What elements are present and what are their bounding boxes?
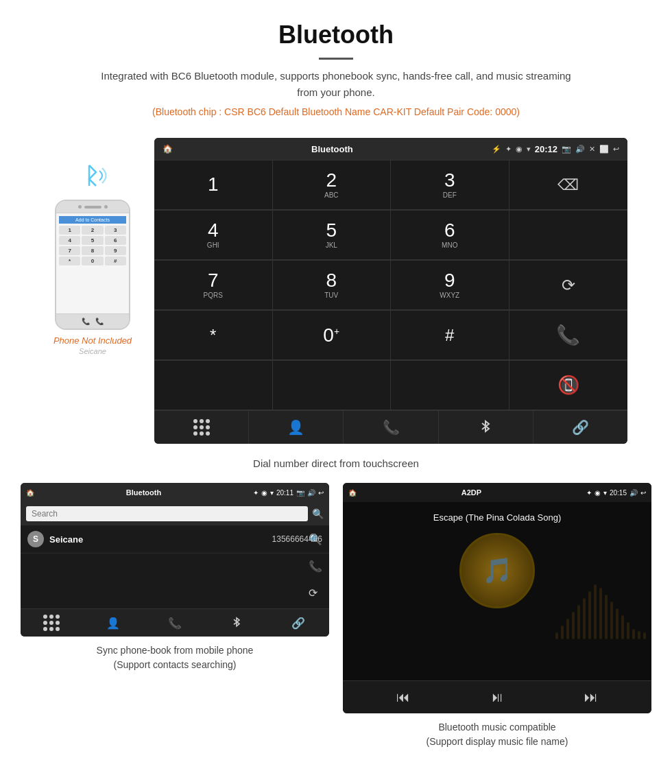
refresh-icon: ⟳ (562, 276, 575, 295)
dial-key-0[interactable]: 0+ (273, 311, 392, 360)
dial-grid-row1: 1 2 ABC 3 DEF ⌫ (154, 160, 627, 210)
phone-dot (78, 205, 82, 209)
dial-key-3[interactable]: 3 DEF (391, 161, 509, 210)
music-album-art: 🎵 (459, 533, 535, 608)
nav-keypad[interactable] (154, 411, 249, 444)
music-song-title: Escape (The Pina Colada Song) (433, 512, 561, 523)
nav-link[interactable]: 🔗 (533, 411, 627, 444)
dial-key-1[interactable]: 1 (154, 161, 273, 210)
phone-screen: Add to Contacts 1 2 3 4 5 6 7 8 9 * 0 # (56, 213, 129, 313)
contact-name: Seicane (49, 534, 272, 545)
pb-search-icon[interactable]: 🔍 (312, 508, 324, 519)
phone-key-hash: # (105, 257, 126, 265)
svg-rect-14 (627, 622, 629, 639)
pb-spacer (21, 554, 329, 608)
svg-rect-16 (638, 631, 640, 639)
close-status-icon: ✕ (589, 145, 595, 154)
phone-key-0: 0 (82, 257, 103, 265)
phone-key-4: 4 (59, 236, 80, 245)
dial-grid-row4: * 0+ # 📞 (154, 310, 627, 360)
person-icon: 👤 (287, 419, 304, 436)
pb-bottom-nav: 👤 📞 🔗 (21, 608, 329, 637)
dial-refresh-btn[interactable]: ⟳ (509, 261, 628, 310)
pb-statusbar-center: Bluetooth (34, 488, 253, 497)
dial-backspace-btn[interactable]: ⌫ (509, 161, 628, 210)
pb-location-icon: ◉ (261, 489, 267, 497)
phone-screen-header: Add to Contacts (59, 216, 126, 224)
svg-rect-15 (632, 629, 635, 639)
music-bottom-nav: ⏮ ⏯ ⏭ (343, 680, 651, 713)
phone-key-2: 2 (82, 226, 103, 235)
pb-search-input[interactable] (26, 506, 308, 521)
svg-rect-7 (588, 591, 591, 639)
pb-nav-keypad[interactable] (21, 615, 82, 631)
music-bt-icon: ✦ (586, 489, 592, 497)
pb-right-icons: 🔍 📞 ⟳ (309, 533, 322, 599)
page-title: Bluetooth (14, 21, 658, 49)
home-icon[interactable]: 🏠 (163, 144, 173, 154)
phone-call-icon: 📞 (95, 318, 104, 325)
svg-rect-13 (621, 615, 624, 639)
android-bottom-nav: 👤 📞 🔗 (154, 410, 627, 444)
dial-key-4[interactable]: 4 GHI (154, 211, 273, 260)
dial-key-2[interactable]: 2 ABC (273, 161, 392, 210)
music-statusbar-center: A2DP (357, 488, 586, 497)
phone-key-8: 8 (82, 246, 103, 255)
page-description: Integrated with BC6 Bluetooth module, su… (96, 68, 576, 101)
phonebook-caption: Sync phone-book from mobile phone (Suppo… (97, 643, 254, 672)
music-back-icon[interactable]: ↩ (640, 489, 646, 497)
pb-search-bar: 🔍 (21, 502, 329, 525)
usb-icon: ⚡ (492, 145, 501, 154)
dial-key-star[interactable]: * (154, 311, 273, 360)
pb-statusbar-right: ✦ ◉ ▾ 20:11 📷 🔊 ↩ (253, 489, 324, 497)
dial-key-9[interactable]: 9 WXYZ (391, 261, 509, 310)
back-icon[interactable]: ↩ (613, 145, 619, 154)
nav-phone[interactable]: 📞 (344, 411, 438, 444)
dial-hangup-btn[interactable]: 📵 (509, 361, 628, 410)
nav-bluetooth[interactable] (439, 411, 533, 444)
dial-key-6[interactable]: 6 MNO (391, 211, 509, 260)
bluetooth-specs: (Bluetooth chip : CSR BC6 Default Blueto… (14, 106, 658, 117)
bluetooth-waves (45, 158, 141, 195)
phone-image: Add to Contacts 1 2 3 4 5 6 7 8 9 * 0 # (55, 200, 130, 330)
music-content: Escape (The Pina Colada Song) 🎵 (343, 502, 651, 680)
prev-btn[interactable]: ⏮ (396, 689, 410, 705)
nav-contacts[interactable]: 👤 (249, 411, 344, 444)
music-block: 🏠 A2DP ✦ ◉ ▾ 20:15 🔊 ↩ (343, 483, 651, 749)
dial-section: Add to Contacts 1 2 3 4 5 6 7 8 9 * 0 # (0, 138, 672, 444)
next-btn[interactable]: ⏭ (584, 689, 598, 705)
pb-back-icon[interactable]: ↩ (318, 489, 324, 497)
svg-rect-8 (594, 584, 597, 639)
dial-caption: Dial number direct from touchscreen (0, 451, 672, 483)
pb-camera-icon: 📷 (296, 489, 304, 497)
svg-rect-5 (577, 605, 580, 639)
pb-nav-contacts[interactable]: 👤 (82, 615, 144, 631)
music-wifi-icon: ▾ (603, 489, 607, 497)
dial-key-hash[interactable]: # (391, 311, 509, 360)
pb-nav-bt[interactable] (206, 615, 267, 631)
dial-key-5[interactable]: 5 JKL (273, 211, 392, 260)
phone-key-9: 9 (105, 246, 126, 255)
seicane-watermark: Seicane (45, 347, 141, 355)
pb-nav-link[interactable]: 🔗 (267, 615, 329, 631)
dial-empty-r5b (273, 361, 392, 410)
play-pause-btn[interactable]: ⏯ (490, 689, 504, 705)
pb-vol-icon: 🔊 (307, 489, 315, 497)
phone-dot2 (104, 205, 108, 209)
bt-status-icon: ✦ (505, 145, 512, 154)
pb-nav-phone[interactable]: 📞 (144, 615, 206, 631)
pb-wifi-icon: ▾ (270, 489, 274, 497)
window-icon: ⬜ (599, 145, 609, 154)
phonebook-block: 🏠 Bluetooth ✦ ◉ ▾ 20:11 📷 🔊 ↩ 🔍 S (21, 483, 329, 749)
phone-not-included: Phone Not Included (45, 335, 141, 346)
dial-key-7[interactable]: 7 PQRS (154, 261, 273, 310)
keypad-dots (193, 419, 210, 436)
dial-key-8[interactable]: 8 TUV (273, 261, 392, 310)
dial-call-btn[interactable]: 📞 (509, 311, 628, 360)
contact-row-seicane[interactable]: S Seicane 13566664466 (21, 525, 329, 554)
phone-icon: 📞 (383, 419, 400, 436)
bluetooth-nav-icon (479, 420, 492, 435)
phone-mockup: Add to Contacts 1 2 3 4 5 6 7 8 9 * 0 # (45, 138, 141, 355)
pb-bt-icon: ✦ (253, 489, 259, 497)
statusbar-right: ⚡ ✦ ◉ ▾ 20:12 📷 🔊 ✕ ⬜ ↩ (492, 144, 619, 154)
